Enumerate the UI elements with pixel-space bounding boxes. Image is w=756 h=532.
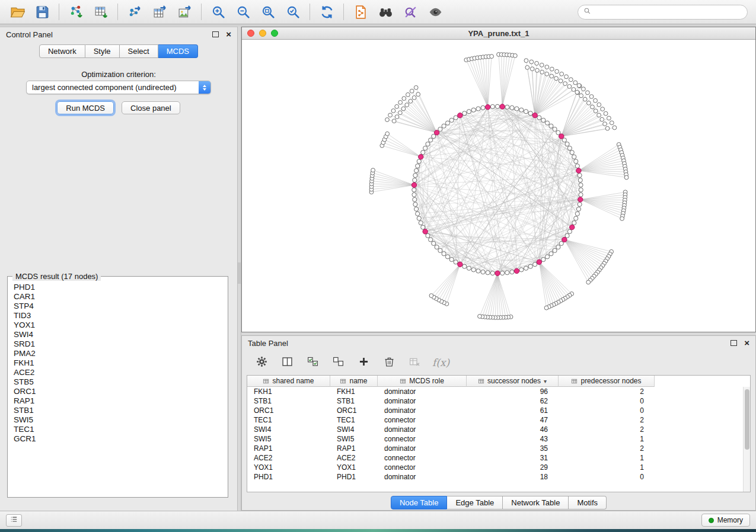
leaf-node[interactable] [601, 107, 605, 111]
network-node[interactable] [500, 271, 505, 275]
network-node[interactable] [567, 229, 572, 233]
leaf-node[interactable] [569, 78, 573, 82]
leaf-node[interactable] [406, 92, 410, 97]
mcds-dominator-node[interactable] [458, 113, 462, 118]
leaf-node[interactable] [388, 113, 393, 117]
leaf-node[interactable] [490, 55, 494, 59]
window-zoom-button[interactable] [271, 30, 278, 37]
leaf-node[interactable] [577, 84, 581, 88]
mcds-dominator-node[interactable] [578, 197, 583, 202]
network-node[interactable] [524, 266, 528, 270]
tab-mcds[interactable]: MCDS [158, 44, 198, 58]
leaf-node[interactable] [414, 85, 418, 89]
network-node[interactable] [486, 271, 490, 275]
share-document-button[interactable] [348, 2, 373, 22]
leaf-node[interactable] [544, 306, 548, 310]
network-node[interactable] [533, 262, 537, 267]
leaf-node[interactable] [597, 102, 601, 107]
leaf-node[interactable] [525, 66, 529, 70]
network-node[interactable] [490, 271, 495, 275]
leaf-node[interactable] [564, 75, 569, 79]
mcds-dominator-node[interactable] [500, 104, 505, 109]
leaf-node[interactable] [613, 126, 617, 130]
network-node[interactable] [528, 264, 532, 268]
control-panel-close-icon[interactable] [226, 31, 231, 38]
leaf-node[interactable] [579, 94, 583, 98]
mcds-result-item[interactable]: SWI5 [9, 415, 227, 425]
network-node[interactable] [579, 193, 583, 197]
leaf-node[interactable] [540, 70, 544, 74]
network-canvas[interactable] [242, 40, 755, 332]
mcds-result-item[interactable]: ACE2 [9, 368, 227, 377]
mcds-dominator-node[interactable] [434, 130, 439, 135]
network-node[interactable] [417, 159, 421, 164]
leaf-node[interactable] [545, 65, 549, 69]
network-node[interactable] [541, 257, 546, 261]
network-node[interactable] [421, 150, 425, 155]
panel-list-button[interactable] [6, 514, 22, 527]
zoom-in-button[interactable] [206, 2, 231, 22]
mcds-result-item[interactable]: TEC1 [9, 425, 227, 434]
leaf-node[interactable] [540, 63, 544, 67]
criterion-dropdown[interactable]: largest connected component (undirected) [26, 81, 211, 94]
leaf-node[interactable] [513, 54, 517, 58]
leaf-node[interactable] [524, 59, 528, 63]
column-header-predecessor-nodes[interactable]: predecessor nodes [559, 376, 655, 387]
leaf-node[interactable] [410, 89, 414, 93]
network-node[interactable] [579, 188, 583, 192]
table-row[interactable]: YOX1YOX1connector291 [247, 463, 750, 472]
leaf-node[interactable] [594, 98, 598, 102]
network-node[interactable] [445, 121, 449, 125]
leaf-node[interactable] [529, 60, 534, 64]
analyzer-button[interactable] [398, 2, 423, 22]
network-node[interactable] [435, 245, 439, 249]
network-node[interactable] [490, 104, 495, 108]
network-node[interactable] [429, 138, 433, 142]
leaf-node[interactable] [624, 175, 629, 180]
mcds-result-item[interactable]: FKH1 [9, 358, 227, 368]
table-row[interactable]: SWI4SWI4dominator462 [247, 425, 750, 434]
leaf-node[interactable] [563, 82, 567, 86]
unselect-all-button[interactable] [329, 354, 347, 371]
leaf-node[interactable] [402, 97, 406, 101]
mcds-dominator-node[interactable] [495, 271, 500, 275]
search-input[interactable] [594, 7, 742, 17]
network-node[interactable] [442, 252, 446, 256]
leaf-node[interactable] [530, 67, 534, 71]
column-header-shared-name[interactable]: shared name [247, 376, 330, 387]
network-node[interactable] [476, 107, 480, 111]
open-folder-button[interactable] [5, 2, 30, 22]
close-panel-button[interactable]: Close panel [122, 101, 180, 114]
function-builder-button[interactable]: f(x) [432, 357, 449, 368]
network-node[interactable] [528, 111, 532, 116]
mcds-dominator-node[interactable] [423, 229, 428, 234]
network-node[interactable] [467, 266, 471, 270]
network-node[interactable] [519, 268, 524, 272]
mcds-result-item[interactable]: SRD1 [9, 339, 227, 349]
network-node[interactable] [414, 168, 418, 172]
mcds-result-item[interactable]: TID3 [9, 311, 227, 321]
leaf-node[interactable] [429, 294, 433, 298]
network-node[interactable] [575, 211, 579, 216]
network-node[interactable] [449, 118, 454, 122]
leaf-node[interactable] [604, 111, 608, 116]
mcds-result-item[interactable]: STP4 [9, 302, 227, 311]
table-row[interactable]: FKH1FKH1dominator962 [247, 387, 750, 396]
leaf-node[interactable] [550, 74, 554, 78]
leaf-node[interactable] [535, 68, 540, 72]
leaf-node[interactable] [589, 95, 594, 99]
leaf-node[interactable] [550, 67, 554, 71]
network-node[interactable] [481, 270, 485, 274]
leaf-node[interactable] [600, 117, 604, 121]
network-node[interactable] [519, 108, 524, 112]
network-node[interactable] [553, 248, 557, 252]
network-node[interactable] [467, 110, 471, 114]
mcds-result-item[interactable]: STB5 [9, 377, 227, 387]
leaf-node[interactable] [572, 88, 576, 92]
network-node[interactable] [426, 233, 430, 238]
export-image-button[interactable] [172, 2, 197, 22]
leaf-node[interactable] [395, 104, 399, 108]
leaf-node[interactable] [385, 118, 390, 122]
select-all-button[interactable] [304, 354, 321, 371]
network-node[interactable] [449, 257, 454, 261]
